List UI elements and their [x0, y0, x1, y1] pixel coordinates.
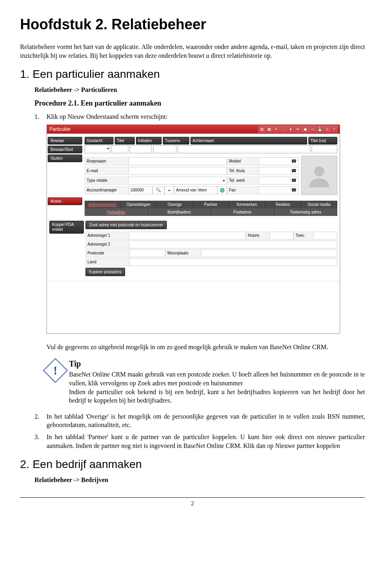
- telwerk-input[interactable]: ☎: [259, 177, 299, 185]
- star-icon[interactable]: ★: [288, 126, 294, 132]
- telwerk-label: Tel. werk: [227, 177, 259, 185]
- bewaar-button[interactable]: Bewaar: [48, 137, 82, 144]
- step-1-text: Klik op Nieuw Onderstaand scherm verschi…: [47, 112, 365, 121]
- geslacht-header: Geslacht: [85, 137, 113, 144]
- step-1: 1. Klik op Nieuw Onderstaand scherm vers…: [34, 112, 365, 121]
- account-id[interactable]: 100000: [128, 186, 152, 194]
- doc-icon[interactable]: ▤: [259, 126, 265, 132]
- help-icon[interactable]: ?: [331, 126, 337, 132]
- calendar-icon[interactable]: ▣: [302, 126, 308, 132]
- disk-icon[interactable]: 💾: [316, 126, 323, 132]
- telthuis-label: Tel. thuis: [227, 167, 259, 175]
- person-icon: [307, 161, 331, 189]
- tab-adresgegevens[interactable]: Adresgegevens: [85, 201, 121, 208]
- initialen-header: Initialen: [136, 137, 162, 144]
- key-icon[interactable]: ✎: [273, 126, 280, 132]
- phone-icon: ☎: [291, 168, 297, 173]
- search-icon[interactable]: 🔍: [152, 186, 164, 194]
- tab-opmerkingen[interactable]: Opmerkingen: [121, 201, 157, 208]
- telthuis-input[interactable]: ☎: [259, 167, 299, 175]
- huisnr-label: Huisnr.: [246, 232, 270, 240]
- roepnaam-label: Roepnaam: [85, 157, 128, 165]
- house-icon[interactable]: ⌂: [280, 126, 287, 132]
- svg-point-0: [314, 166, 324, 176]
- sluiten-button[interactable]: Sluiten: [48, 155, 82, 162]
- huisnr-input[interactable]: [270, 232, 294, 240]
- step-2-text: In het tabblad 'Overige' is het mogelijk…: [47, 412, 365, 429]
- typerelatie-label: Type relatie: [85, 177, 128, 185]
- achternaam-input[interactable]: [178, 145, 310, 153]
- titel-header: Titel: [115, 137, 135, 144]
- bewaar-sluit-button[interactable]: Bewaar/Sluit: [48, 146, 82, 153]
- tab-overige[interactable]: Overige: [157, 201, 193, 208]
- subtab-huisadres[interactable]: Huisadres: [85, 208, 148, 216]
- phone-icon: ☎: [291, 159, 297, 164]
- window-titlebar: Particulier ▤ ▦ ✎ ⌂ ★ ✉ ▣ ▭ 💾 ⎙ ?: [47, 125, 340, 134]
- add-icon[interactable]: +: [164, 186, 174, 194]
- tab-kenmerken[interactable]: Kenmerken: [229, 201, 265, 208]
- woonplaats-label: Woonplaats: [165, 249, 201, 257]
- achternaam-header: Achternaam: [190, 137, 307, 144]
- email-input[interactable]: [128, 167, 227, 175]
- acties-button[interactable]: Acties: [48, 197, 82, 205]
- fax-label: Fax: [227, 186, 259, 194]
- adresregel2-label: Adresregel 2: [85, 240, 129, 248]
- info-icon[interactable]: i: [217, 186, 227, 194]
- folder-icon[interactable]: ▭: [309, 126, 316, 132]
- phone-icon: ☎: [291, 178, 297, 183]
- page-icon[interactable]: ▦: [266, 126, 272, 132]
- postcode-input[interactable]: [129, 249, 165, 257]
- note-icon[interactable]: ✉: [295, 126, 301, 132]
- roepnaam-input[interactable]: [128, 157, 227, 165]
- zoek-adres-button[interactable]: Zoek adres met postcode en huisnummer: [85, 221, 167, 229]
- tip-exclaim-icon: !: [43, 358, 68, 383]
- procedure-title: Procedure 2.1. Een particulier aanmaken: [34, 99, 365, 108]
- tip-block: ! Tip BaseNet Online CRM maakt gebruik v…: [47, 358, 365, 405]
- tussenv-header: Tussenv.: [163, 137, 189, 144]
- embedded-screenshot: Particulier ▤ ▦ ✎ ⌂ ★ ✉ ▣ ▭ 💾 ⎙ ? Bewaar…: [47, 124, 365, 334]
- postcode-label: Postcode: [85, 249, 129, 257]
- section-1-title: 1. Een particulier aanmaken: [20, 68, 365, 81]
- fax-input[interactable]: ☎: [259, 186, 299, 194]
- subtab-postadres[interactable]: Postadres: [211, 208, 274, 216]
- mobiel-input[interactable]: ☎: [259, 157, 299, 165]
- geslacht-input[interactable]: ▾: [85, 145, 110, 153]
- typerelatie-input[interactable]: ▾: [128, 177, 227, 185]
- tab-relaties[interactable]: Relaties: [265, 201, 301, 208]
- step-2-num: 2.: [34, 412, 47, 429]
- screenshot-empty-bottom: [47, 281, 340, 334]
- avatar-placeholder: [301, 156, 337, 195]
- tab-partner[interactable]: Partner: [193, 201, 229, 208]
- email-label: E-mail: [85, 167, 128, 175]
- titlebar-icons: ▤ ▦ ✎ ⌂ ★ ✉ ▣ ▭ 💾 ⎙ ?: [259, 126, 337, 132]
- subtab-toekomstig[interactable]: Toekomstig adres: [274, 208, 338, 216]
- step-2: 2. In het tabblad 'Overige' is het mogel…: [34, 412, 365, 429]
- toev-label: Toev.: [294, 232, 313, 240]
- woonplaats-input[interactable]: [201, 249, 337, 257]
- initialen-input[interactable]: [130, 145, 152, 153]
- account-name: Arnoud van Veen: [174, 186, 217, 194]
- kopieer-postadres-button[interactable]: Kopieer postadres: [85, 268, 125, 276]
- page-number: 2: [191, 500, 194, 507]
- titelna-header: Titel (na): [308, 137, 337, 144]
- tab-socialmedia[interactable]: Social media: [301, 201, 337, 208]
- mobiel-label: Mobiel: [227, 157, 259, 165]
- koppel-pda-button[interactable]: Koppel PDA relatie: [49, 221, 84, 234]
- intro-paragraph: Relatiebeheer vormt het hart van de appl…: [20, 43, 365, 60]
- toev-input[interactable]: [313, 232, 337, 240]
- page-footer: 2: [20, 497, 365, 507]
- accountmanager-label: Accountmanager: [85, 186, 128, 194]
- section-1-breadcrumb: Relatiebeheer -> Particulieren: [34, 86, 365, 94]
- tussenv-input[interactable]: [153, 145, 176, 153]
- main-tabs: Adresgegevens Opmerkingen Overige Partne…: [85, 201, 337, 208]
- adresregel1-input[interactable]: [129, 232, 246, 240]
- titelna-input[interactable]: [312, 145, 337, 153]
- land-input[interactable]: [129, 258, 337, 266]
- adresregel2-input[interactable]: [129, 240, 337, 248]
- titel-input[interactable]: [111, 145, 128, 153]
- subtab-bedrijfsadres[interactable]: Bedrijfsadres: [148, 208, 211, 216]
- print-icon[interactable]: ⎙: [324, 126, 330, 132]
- chapter-title: Hoofdstuk 2. Relatiebeheer: [20, 16, 365, 33]
- phone-icon: ☎: [291, 187, 297, 193]
- tip-body-b: Indien de particulier ook bekend is bij …: [69, 388, 365, 405]
